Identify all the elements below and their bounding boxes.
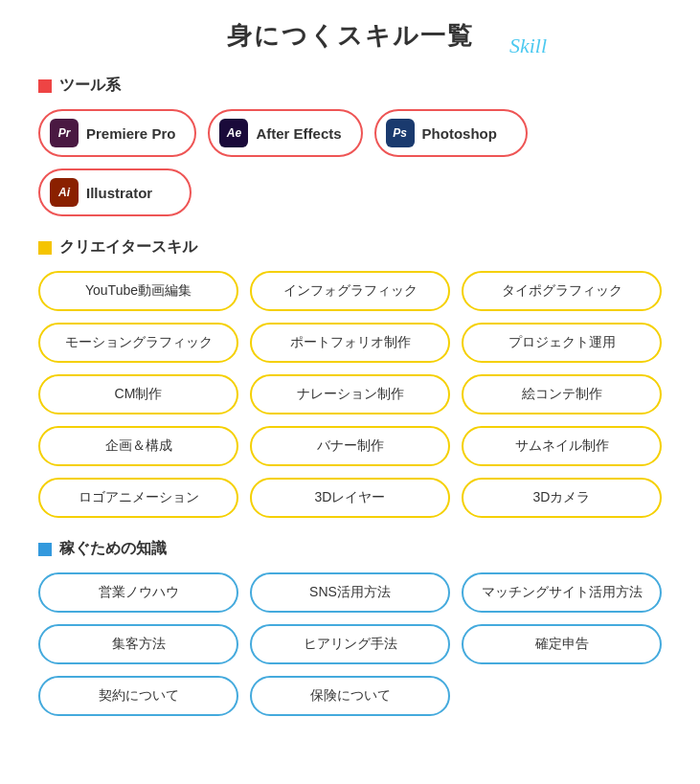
tools-heading: ツール系	[38, 76, 662, 96]
page-title-sub: Skill	[509, 34, 547, 58]
skill-badge-item: ナレーション制作	[250, 374, 450, 414]
creator-skills-grid: YouTube動画編集インフォグラフィックタイポグラフィックモーショングラフィッ…	[38, 271, 662, 518]
skill-badge-item: モーショングラフィック	[38, 323, 238, 363]
creator-skills-section: クリエイタースキル YouTube動画編集インフォグラフィックタイポグラフィック…	[38, 237, 662, 518]
knowledge-badge-item: SNS活用方法	[250, 572, 450, 613]
knowledge-badge-item: 保険について	[250, 676, 450, 716]
creator-skills-heading-icon	[38, 241, 52, 255]
tool-premiere-pro: Pr Premiere Pro	[38, 109, 196, 157]
tools-heading-label: ツール系	[59, 76, 121, 96]
tool-photoshop: Ps Photoshop	[374, 109, 528, 157]
knowledge-heading-label: 稼ぐための知識	[59, 539, 167, 559]
tool-illustrator: Ai Illustrator	[38, 168, 192, 216]
tools-heading-icon	[38, 79, 52, 93]
skill-badge-item: CM制作	[38, 374, 238, 414]
page-title-main: 身につくスキル一覧	[38, 19, 662, 53]
tools-section: ツール系 Pr Premiere Pro Ae After Effects Ps…	[38, 76, 662, 216]
skill-badge-item: サムネイル制作	[462, 426, 662, 466]
skill-badge-item: バナー制作	[250, 426, 450, 466]
photoshop-icon: Ps	[386, 119, 415, 147]
illustrator-label: Illustrator	[86, 185, 152, 201]
illustrator-icon: Ai	[50, 178, 79, 207]
skill-badge-item: ポートフォリオ制作	[250, 323, 450, 363]
photoshop-label: Photoshop	[422, 125, 497, 142]
premiere-pro-icon: Pr	[50, 119, 79, 147]
skill-badge-item: YouTube動画編集	[38, 271, 238, 311]
knowledge-heading-icon	[38, 543, 52, 556]
knowledge-heading: 稼ぐための知識	[38, 539, 662, 559]
creator-skills-heading: クリエイタースキル	[38, 237, 662, 258]
knowledge-badge-item: ヒアリング手法	[250, 624, 450, 664]
creator-skills-heading-label: クリエイタースキル	[59, 237, 197, 258]
skill-badge-item: ロゴアニメーション	[38, 478, 238, 518]
knowledge-badge-item: 集客方法	[38, 624, 238, 664]
premiere-pro-label: Premiere Pro	[86, 125, 175, 142]
knowledge-badge-item: 契約について	[38, 676, 238, 716]
skill-badge-item: 企画＆構成	[38, 426, 238, 466]
skill-badge-item: 3Dレイヤー	[250, 478, 450, 518]
page-title-section: 身につくスキル一覧 Skill	[38, 19, 662, 53]
skill-badge-item: インフォグラフィック	[250, 271, 450, 311]
knowledge-section: 稼ぐための知識 営業ノウハウSNS活用方法マッチングサイト活用方法集客方法ヒアリ…	[38, 539, 662, 716]
skill-badge-item: 3Dカメラ	[462, 478, 662, 518]
tool-after-effects: Ae After Effects	[208, 109, 362, 157]
after-effects-icon: Ae	[219, 119, 248, 147]
knowledge-badge-item: 営業ノウハウ	[38, 572, 238, 613]
tools-grid: Pr Premiere Pro Ae After Effects Ps Phot…	[38, 109, 662, 216]
skill-badge-item: プロジェクト運用	[462, 323, 662, 363]
skill-badge-item: 絵コンテ制作	[462, 374, 662, 414]
skill-badge-item: タイポグラフィック	[462, 271, 662, 311]
after-effects-label: After Effects	[256, 125, 341, 142]
knowledge-grid: 営業ノウハウSNS活用方法マッチングサイト活用方法集客方法ヒアリング手法確定申告…	[38, 572, 662, 716]
knowledge-badge-item: 確定申告	[462, 624, 662, 664]
knowledge-badge-item: マッチングサイト活用方法	[462, 572, 662, 613]
